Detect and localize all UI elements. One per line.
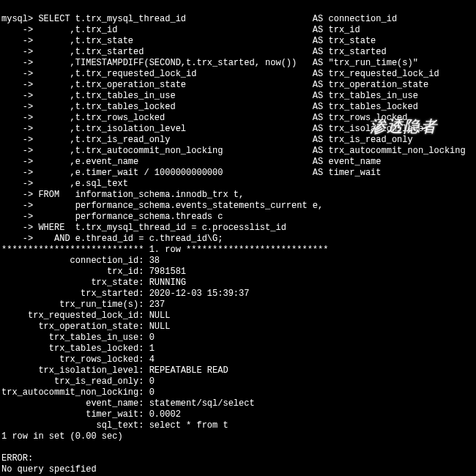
terminal-line: -> ,t.trx_autocommit_non_locking AS trx_… (1, 146, 475, 157)
terminal-line: trx_operation_state: NULL (1, 321, 475, 332)
terminal-line: ERROR: (1, 453, 475, 464)
terminal-line: -> WHERE t.trx_mysql_thread_id = c.proce… (1, 223, 475, 234)
terminal-line: mysql> SELECT t.trx_mysql_thread_id AS c… (1, 14, 475, 25)
terminal-line: trx_rows_locked: 4 (1, 354, 475, 365)
terminal-line: trx_isolation_level: REPEATABLE READ (1, 365, 475, 376)
terminal-line: *************************** 1. row *****… (1, 245, 475, 256)
terminal-line: -> ,t.trx_rows_locked AS trx_rows_locked (1, 113, 475, 124)
terminal-line: -> performance_schema.threads c (1, 212, 475, 223)
terminal-line (1, 442, 475, 453)
terminal-line: -> ,t.trx_tables_locked AS trx_tables_lo… (1, 102, 475, 113)
terminal-line: timer_wait: 0.0002 (1, 409, 475, 420)
terminal-line: -> ,e.sql_text (1, 179, 475, 190)
terminal-line: sql_text: select * from t (1, 420, 475, 431)
terminal-line: -> ,t.trx_is_read_only AS trx_is_read_on… (1, 135, 475, 146)
terminal-line: -> ,TIMESTAMPDIFF(SECOND,t.trx_started, … (1, 58, 475, 69)
terminal-line: trx_tables_locked: 1 (1, 343, 475, 354)
terminal-line: -> ,t.trx_operation_state AS trx_operati… (1, 80, 475, 91)
terminal-line: event_name: statement/sql/select (1, 398, 475, 409)
terminal-line: 1 row in set (0.00 sec) (1, 431, 475, 442)
terminal-line: -> AND e.thread_id = c.thread_id\G; (1, 234, 475, 245)
terminal-line: -> ,e.timer_wait / 1000000000000 AS time… (1, 168, 475, 179)
terminal-line: -> ,t.trx_tables_in_use AS trx_tables_in… (1, 91, 475, 102)
terminal-output: mysql> SELECT t.trx_mysql_thread_id AS c… (0, 0, 476, 476)
terminal-line: -> FROM information_schema.innodb_trx t, (1, 190, 475, 201)
terminal-line: trx_id: 7981581 (1, 267, 475, 278)
terminal-line: trx_is_read_only: 0 (1, 376, 475, 387)
terminal-line: connection_id: 38 (1, 256, 475, 267)
terminal-line: -> ,t.trx_requested_lock_id AS trx_reque… (1, 69, 475, 80)
terminal-line: trx_run_time(s): 237 (1, 300, 475, 310)
terminal-line: -> performance_schema.events_statements_… (1, 201, 475, 212)
terminal-line: No query specified (1, 464, 475, 475)
terminal-line: trx_state: RUNNING (1, 278, 475, 289)
terminal-line: -> ,t.trx_isolation_level AS trx_isolati… (1, 124, 475, 135)
terminal-line: -> ,t.trx_id AS trx_id (1, 25, 475, 36)
terminal-line: -> ,t.trx_started AS trx_started (1, 47, 475, 58)
terminal-lines: mysql> SELECT t.trx_mysql_thread_id AS c… (1, 14, 475, 475)
terminal-line: -> ,t.trx_state AS trx_state (1, 36, 475, 47)
terminal-line: trx_autocommit_non_locking: 0 (1, 387, 475, 398)
terminal-line: trx_requested_lock_id: NULL (1, 310, 475, 321)
terminal-line: trx_tables_in_use: 0 (1, 332, 475, 343)
terminal-line: trx_started: 2020-12-03 15:39:37 (1, 289, 475, 300)
terminal-line: -> ,e.event_name AS event_name (1, 157, 475, 168)
